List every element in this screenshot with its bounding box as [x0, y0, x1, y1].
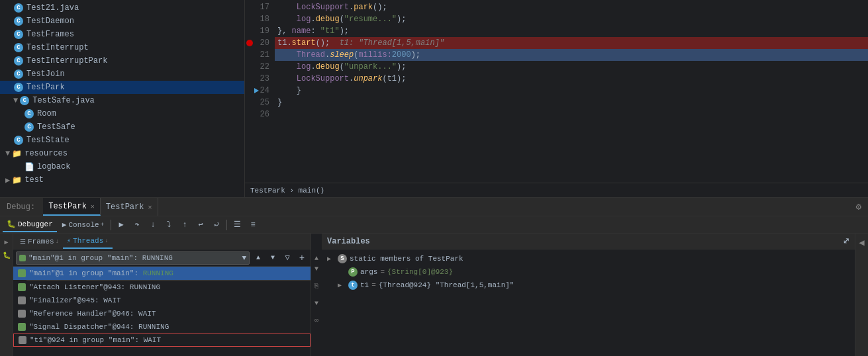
tree-item-test21[interactable]: C Test21.java — [0, 1, 244, 15]
breadcrumb: TestPark › main() — [245, 183, 868, 197]
thread-label: "Finalizer"@945: WAIT — [29, 296, 121, 304]
close-tab-icon[interactable]: ✕ — [91, 202, 95, 210]
resume-button[interactable]: ▶ — [114, 218, 128, 232]
toolbar-separator — [111, 220, 111, 230]
ln-24: 24 — [245, 85, 269, 97]
copy-button[interactable]: ⎘ — [312, 281, 321, 290]
tree-item-testsafe[interactable]: ▼ C TestSafe.java — [0, 94, 244, 107]
ln-18: 18 — [245, 13, 269, 25]
center-down-button[interactable]: ▼ — [312, 264, 321, 273]
thread-nav-up-button[interactable]: ▲ — [252, 252, 264, 264]
center-down2-button[interactable]: ▼ — [312, 298, 321, 308]
step-into-button[interactable]: ↓ — [146, 218, 160, 232]
var-item-static[interactable]: ▶ S static members of TestPark — [322, 252, 855, 265]
thread-item-ref-handler[interactable]: "Reference Handler"@946: WAIT — [13, 307, 311, 320]
debug-toolbar: 🐛 Debugger ▶ Console + ▶ ↷ ↓ ⤵ ↑ ↩ ⤾ ☰ ≡ — [0, 216, 868, 234]
force-step-into-button[interactable]: ⤵ — [162, 218, 176, 232]
debug-arrow-icon — [254, 88, 259, 93]
thread-add-button[interactable]: + — [296, 252, 308, 264]
thread-item-attach-listener[interactable]: "Attach Listener"@943: RUNNING — [13, 281, 311, 294]
tree-label: TestState — [26, 136, 70, 145]
tree-label: TestSafe.java — [32, 96, 95, 105]
tree-item-testpark[interactable]: C TestPark — [0, 81, 244, 94]
tab-icon: 🐛 — [7, 220, 16, 228]
frames-tab[interactable]: ☰ Frames ↓ — [16, 234, 63, 249]
frames-label: Frames — [28, 238, 54, 245]
ln-19: 19 — [245, 25, 269, 37]
thread-nav-down-button[interactable]: ▼ — [267, 252, 279, 264]
step-over-button[interactable]: ↷ — [130, 218, 144, 232]
debug-panel: Debug: TestPark ✕ TestPark ✕ ⚙ 🐛 Debugge… — [0, 197, 868, 356]
side-tools-left: ▶ 🐛 — [0, 234, 13, 356]
tree-item-resources[interactable]: ▼ 📁 resources — [0, 147, 244, 160]
run-to-cursor-button[interactable]: ↩ — [193, 218, 208, 232]
run-tool-icon[interactable]: ▶ — [1, 236, 13, 248]
thread-label: "Signal Dispatcher"@944: RUNNING — [29, 323, 169, 331]
console-icon: ▶ — [62, 220, 67, 229]
toolbar-sep-2 — [226, 220, 227, 230]
tree-item-teststate[interactable]: C TestState — [0, 134, 244, 147]
threads-icon: ⚡ — [67, 237, 71, 245]
debug-tab-testpark-2[interactable]: TestPark ✕ — [101, 198, 158, 216]
center-up-button[interactable]: ▲ — [312, 253, 321, 263]
var-name-t1: t1 — [360, 281, 369, 289]
var-item-args[interactable]: P args = {String[0]@923} — [322, 265, 855, 279]
file-icon: 📄 — [24, 161, 34, 172]
settings-button[interactable]: ≡ — [246, 218, 260, 232]
thread-dropdown[interactable]: "main"@1 in group "main": RUNNING ▼ — [16, 251, 250, 265]
var-item-t1[interactable]: ▶ t t1 = {Thread@924} "Thread[1,5,main]" — [322, 279, 855, 292]
tree-item-testinterruptpark[interactable]: C TestInterruptPark — [0, 54, 244, 67]
var-val-args: {String[0]@923} — [387, 268, 453, 276]
thread-item-finalizer[interactable]: "Finalizer"@945: WAIT — [13, 294, 311, 307]
line-numbers: 17 18 19 20 21 22 23 24 25 26 — [245, 0, 275, 183]
var-expand-icon[interactable]: ▶ — [327, 255, 336, 263]
code-line-20: t1.start(); t1: "Thread[1,5,main]" — [275, 37, 868, 49]
tree-item-testframes[interactable]: C TestFrames — [0, 28, 244, 41]
tree-label: resources — [24, 149, 68, 158]
t1-icon: t — [348, 281, 358, 290]
ln-23: 23 — [245, 73, 269, 85]
evaluate-button[interactable]: ⤾ — [209, 218, 224, 232]
thread-t1-icon — [18, 335, 27, 345]
debugger-tab[interactable]: 🐛 Debugger — [3, 218, 57, 232]
tree-item-testdaemon[interactable]: C TestDaemon — [0, 15, 244, 28]
ln-22: 22 — [245, 61, 269, 73]
thread-item-main[interactable]: "main"@1 in group "main": RUNNING — [13, 267, 311, 280]
thread-attach-icon — [17, 283, 26, 292]
thread-item-t1[interactable]: "t1"@924 in group "main": WAIT — [13, 334, 311, 347]
console-tab[interactable]: ▶ Console + — [58, 218, 108, 232]
threads-tab[interactable]: ⚡ Threads ↓ — [63, 234, 113, 249]
debug-label: Debug: — [3, 202, 39, 212]
thread-item-signal-dispatcher[interactable]: "Signal Dispatcher"@944: RUNNING — [13, 320, 311, 334]
tree-label: TestInterrupt — [26, 43, 89, 52]
step-out-button[interactable]: ↑ — [177, 218, 192, 232]
class-icon: C — [13, 56, 24, 66]
tree-item-room[interactable]: C Room — [0, 107, 244, 120]
collapse-right-button[interactable]: ◀ — [856, 236, 868, 248]
tree-label: TestPark — [26, 83, 65, 92]
tree-item-testinterrupt[interactable]: C TestInterrupt — [0, 41, 244, 54]
infinity-button[interactable]: ∞ — [312, 316, 321, 325]
frames-button[interactable]: ☰ — [230, 218, 244, 232]
debug-left-panel: ☰ Frames ↓ ⚡ Threads ↓ "main"@1 in group… — [13, 234, 311, 356]
expand-icon: ▶ — [5, 175, 10, 185]
code-line-17: LockSupport.park(); — [275, 1, 868, 13]
thread-filter-button[interactable]: ▽ — [281, 252, 293, 264]
class-icon: C — [19, 95, 30, 106]
var-t1-expand-icon[interactable]: ▶ — [338, 281, 347, 289]
console-label: Console — [68, 221, 99, 229]
close-tab-2-icon[interactable]: ✕ — [148, 203, 152, 211]
tree-item-logback[interactable]: 📄 logback — [0, 160, 244, 173]
folder-icon: 📁 — [11, 148, 22, 159]
ln-17: 17 — [245, 1, 269, 13]
vars-expand-icon[interactable]: ⤢ — [843, 236, 849, 246]
debug-tool-icon[interactable]: 🐛 — [1, 249, 13, 261]
frames-threads-tabs: ☰ Frames ↓ ⚡ Threads ↓ — [13, 234, 311, 249]
tree-item-test[interactable]: ▶ 📁 test — [0, 173, 244, 187]
tree-item-testsafe2[interactable]: C TestSafe — [0, 120, 244, 134]
code-area[interactable]: LockSupport.park(); log.debug("resume...… — [275, 0, 868, 183]
settings-icon[interactable]: ⚙ — [852, 201, 865, 212]
debug-tab-testpark-1[interactable]: TestPark ✕ — [43, 198, 101, 216]
tree-label: TestJoin — [26, 69, 65, 79]
tree-item-testjoin[interactable]: C TestJoin — [0, 67, 244, 81]
